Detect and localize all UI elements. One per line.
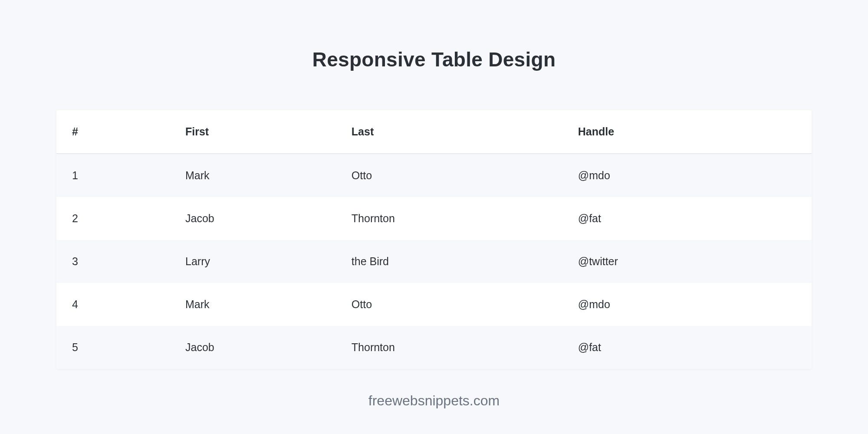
table-row: 1 Mark Otto @mdo xyxy=(56,154,812,197)
cell-handle: @twitter xyxy=(562,240,812,283)
table-row: 5 Jacob Thornton @fat xyxy=(56,326,812,369)
cell-first: Mark xyxy=(170,154,336,197)
cell-id: 3 xyxy=(56,240,170,283)
col-header-id: # xyxy=(56,110,170,154)
table-header-row: # First Last Handle xyxy=(56,110,812,154)
cell-last: Otto xyxy=(336,283,562,326)
cell-last: the Bird xyxy=(336,240,562,283)
cell-last: Otto xyxy=(336,154,562,197)
cell-handle: @mdo xyxy=(562,283,812,326)
col-header-last: Last xyxy=(336,110,562,154)
footer-credit: freewebsnippets.com xyxy=(56,393,812,409)
cell-first: Jacob xyxy=(170,197,336,240)
col-header-handle: Handle xyxy=(562,110,812,154)
page-title: Responsive Table Design xyxy=(56,48,812,71)
cell-id: 1 xyxy=(56,154,170,197)
cell-first: Jacob xyxy=(170,326,336,369)
cell-handle: @fat xyxy=(562,326,812,369)
table-row: 4 Mark Otto @mdo xyxy=(56,283,812,326)
data-table: # First Last Handle 1 Mark Otto @mdo 2 J… xyxy=(56,110,812,369)
cell-id: 5 xyxy=(56,326,170,369)
cell-handle: @fat xyxy=(562,197,812,240)
cell-id: 4 xyxy=(56,283,170,326)
cell-id: 2 xyxy=(56,197,170,240)
cell-last: Thornton xyxy=(336,326,562,369)
table-row: 3 Larry the Bird @twitter xyxy=(56,240,812,283)
table-row: 2 Jacob Thornton @fat xyxy=(56,197,812,240)
cell-first: Larry xyxy=(170,240,336,283)
table-container: # First Last Handle 1 Mark Otto @mdo 2 J… xyxy=(56,110,812,369)
cell-last: Thornton xyxy=(336,197,562,240)
cell-handle: @mdo xyxy=(562,154,812,197)
col-header-first: First xyxy=(170,110,336,154)
cell-first: Mark xyxy=(170,283,336,326)
